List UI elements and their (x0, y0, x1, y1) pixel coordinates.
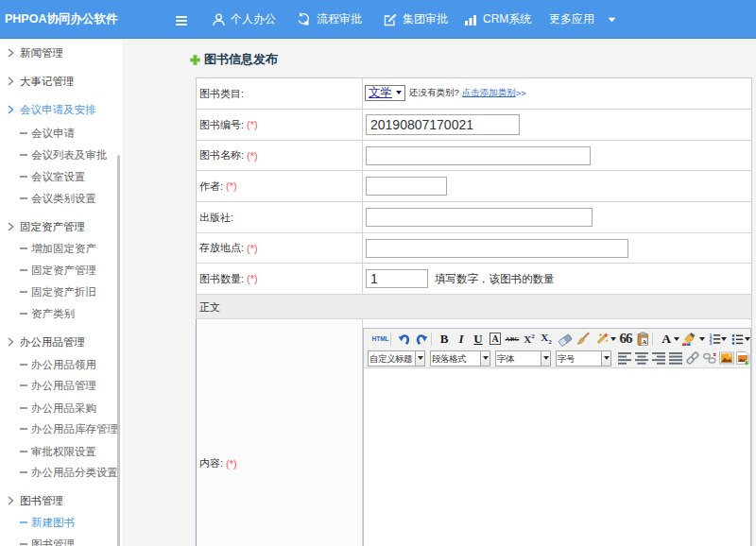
svg-text:A: A (642, 338, 646, 346)
svg-text:3: 3 (710, 341, 713, 346)
